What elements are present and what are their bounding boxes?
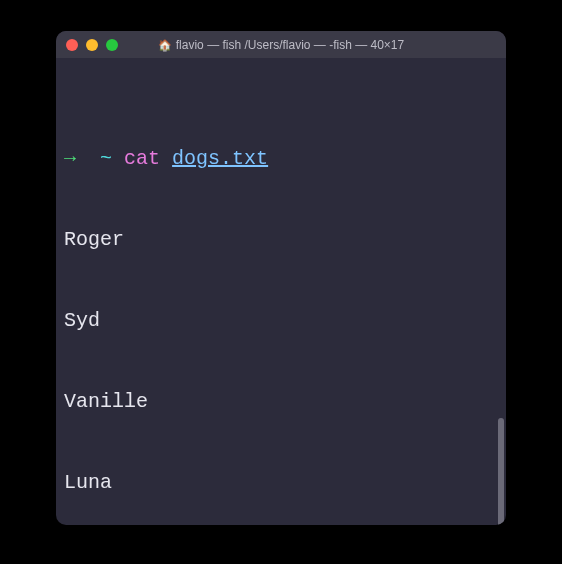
prompt-line: → ~ cat dogs.txt [64, 145, 498, 172]
window-controls [56, 39, 118, 51]
zoom-icon[interactable] [106, 39, 118, 51]
prompt-cwd: ~ [100, 147, 112, 170]
minimize-icon[interactable] [86, 39, 98, 51]
output-line: Luna [64, 469, 498, 496]
output-line: Roger [64, 226, 498, 253]
scrollbar-thumb[interactable] [498, 418, 504, 525]
output-line: Vanille [64, 388, 498, 415]
window-title: 🏠flavio — fish /Users/flavio — -fish — 4… [56, 38, 506, 52]
output-line: Syd [64, 307, 498, 334]
prompt-arrow-icon: → [64, 147, 76, 170]
titlebar[interactable]: 🏠flavio — fish /Users/flavio — -fish — 4… [56, 31, 506, 58]
terminal-window: 🏠flavio — fish /Users/flavio — -fish — 4… [56, 31, 506, 525]
command: cat [124, 147, 160, 170]
terminal-body[interactable]: → ~ cat dogs.txt Roger Syd Vanille Luna … [56, 58, 506, 525]
home-icon: 🏠 [158, 39, 172, 51]
close-icon[interactable] [66, 39, 78, 51]
window-title-text: flavio — fish /Users/flavio — -fish — 40… [176, 38, 404, 52]
command-arg: dogs.txt [172, 147, 268, 170]
